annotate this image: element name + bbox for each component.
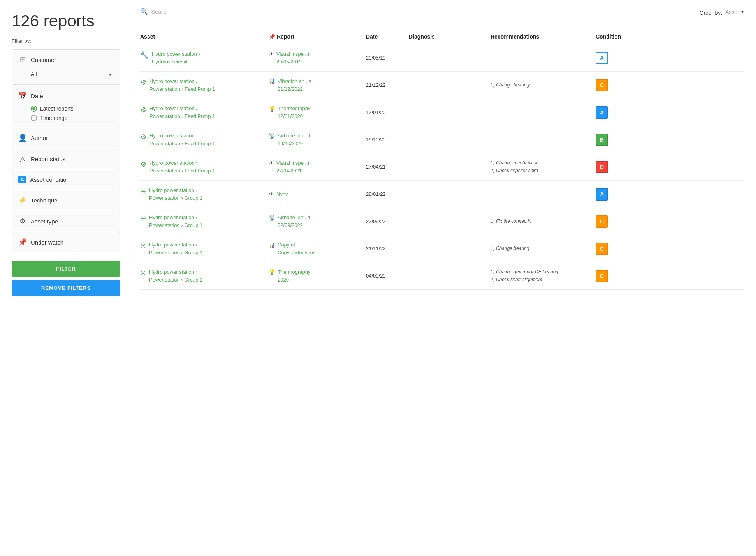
remove-filters-button[interactable]: REMOVE FILTERS bbox=[12, 280, 120, 296]
radio-latest[interactable]: Latest reports bbox=[31, 106, 114, 112]
report-cell: 📡 Airbone ultr...d 19/10/2020 bbox=[269, 132, 362, 147]
asset-cell: 🔧 Hydro power station › Hydraulic circui… bbox=[140, 50, 265, 65]
asset-info: Hydro power station › Power station › Fe… bbox=[149, 132, 215, 147]
asset-top-link[interactable]: Hydro power station › bbox=[149, 160, 198, 166]
asset-info: Hydro power station › Power station › Fe… bbox=[149, 77, 215, 93]
asset-top-link[interactable]: Hydro power station › bbox=[149, 215, 197, 220]
col-condition: Condition bbox=[596, 33, 635, 40]
asset-cell: ✳ Hydro power station › Power station › … bbox=[140, 214, 265, 229]
filter-button[interactable]: FILTER bbox=[12, 261, 120, 277]
asset-type-icon: 🔧 bbox=[140, 51, 149, 60]
report-status-icon: △ bbox=[18, 155, 27, 163]
page-title: 126 reports bbox=[12, 12, 120, 30]
report-type-icon: 👁 bbox=[269, 191, 274, 197]
report-name-link[interactable]: Visual inspe...n bbox=[276, 160, 311, 166]
report-info: Airbone ultr...d 22/09/2022 bbox=[278, 214, 310, 229]
date-icon: 📅 bbox=[18, 91, 27, 100]
filter-under-watch-header[interactable]: 📌 Under watch bbox=[12, 232, 120, 252]
filter-technique-header[interactable]: ⚡ Technique bbox=[12, 190, 120, 210]
asset-bottom-link[interactable]: Power station › Feed Pump 1 bbox=[149, 168, 215, 174]
asset-cell: ⚙ Hydro power station › Power station › … bbox=[140, 105, 265, 120]
asset-cell: ⚙ Hydro power station › Power station › … bbox=[140, 159, 265, 174]
report-info: Visual inspe...n 27/04/2021 bbox=[276, 159, 311, 174]
asset-condition-icon: A bbox=[18, 176, 26, 183]
recommendations-cell: 1) Fix the connectin bbox=[491, 218, 592, 225]
asset-info: Hydro power station › Power station › Fe… bbox=[149, 105, 215, 120]
report-date-link[interactable]: 2020 bbox=[278, 277, 289, 283]
asset-info: Hydro power station › Hydraulic circuit bbox=[152, 50, 200, 65]
report-name-link[interactable]: Visual inspe...n bbox=[276, 51, 311, 57]
condition-cell: A bbox=[596, 188, 635, 201]
report-date-link[interactable]: 27/04/2021 bbox=[276, 168, 302, 174]
recommendations-cell: 1) Change bearings bbox=[491, 81, 592, 89]
asset-top-link[interactable]: Hydro power station › bbox=[149, 78, 198, 84]
asset-bottom-link[interactable]: Power station › Group 1 bbox=[149, 222, 202, 228]
date-cell: 28/01/22 bbox=[366, 191, 405, 197]
report-info: Vibration an...s 21/12/2022 bbox=[278, 77, 311, 93]
condition-cell: B bbox=[596, 134, 635, 146]
report-date-link[interactable]: 12/01/2020 bbox=[278, 113, 303, 119]
filter-label: Filter by: bbox=[12, 38, 120, 44]
report-name-link[interactable]: Vibration an...s bbox=[278, 78, 311, 84]
table-row: ✳ Hydro power station › Power station › … bbox=[140, 262, 744, 290]
report-name-link[interactable]: Thermography bbox=[278, 106, 311, 111]
filter-author-header[interactable]: 👤 Author bbox=[12, 128, 120, 148]
date-cell: 21/11/22 bbox=[366, 246, 405, 252]
filter-author: 👤 Author bbox=[12, 128, 120, 148]
asset-bottom-link[interactable]: Power station › Group 1 bbox=[149, 250, 202, 255]
radio-time-range[interactable]: Time range bbox=[31, 115, 114, 121]
date-cell: 29/05/19 bbox=[366, 55, 405, 61]
condition-badge: A bbox=[596, 52, 608, 64]
report-name-link[interactable]: Nvnv bbox=[276, 190, 288, 198]
condition-badge: C bbox=[596, 215, 608, 228]
asset-bottom-link[interactable]: Power station › Feed Pump 1 bbox=[149, 113, 215, 119]
asset-top-link[interactable]: Hydro power station › bbox=[149, 242, 197, 248]
report-date-link[interactable]: Copy...arterly test bbox=[278, 250, 317, 255]
asset-bottom-link[interactable]: Hydraulic circuit bbox=[152, 59, 188, 65]
date-cell: 22/09/22 bbox=[366, 218, 405, 224]
search-input[interactable] bbox=[151, 8, 327, 15]
report-type-icon: 💡 bbox=[269, 269, 275, 275]
asset-bottom-link[interactable]: Power station › Feed Pump 1 bbox=[149, 141, 215, 146]
recommendations-cell: 1) Change mechanical2) Check impeller sh… bbox=[491, 159, 592, 174]
order-arrow-icon[interactable]: ▼ bbox=[740, 10, 744, 14]
report-date-link[interactable]: 21/12/2022 bbox=[278, 86, 303, 92]
recommendations-cell: 1) Change generator DE bearing2) Check s… bbox=[491, 268, 592, 283]
customer-select[interactable]: All bbox=[31, 69, 114, 79]
report-type-icon: 📊 bbox=[269, 78, 275, 84]
customer-icon: ⊞ bbox=[18, 55, 27, 64]
report-date-link[interactable]: 22/09/2022 bbox=[278, 222, 303, 228]
report-date-link[interactable]: 29/05/2019 bbox=[276, 59, 302, 65]
report-date-link[interactable]: 19/10/2020 bbox=[278, 141, 303, 146]
filter-asset-condition-header[interactable]: A Asset condition bbox=[12, 170, 120, 189]
recommendation-item: 1) Change mechanical bbox=[491, 159, 592, 167]
asset-type-icon: ⚙ bbox=[18, 217, 27, 225]
asset-cell: ✳ Hydro power station › Power station › … bbox=[140, 241, 265, 256]
condition-cell: A bbox=[596, 52, 635, 64]
date-cell: 27/04/21 bbox=[366, 164, 405, 170]
report-info: Copy of Copy...arterly test bbox=[278, 241, 317, 256]
asset-bottom-link[interactable]: Power station › Group 1 bbox=[149, 277, 202, 283]
asset-bottom-link[interactable]: Power station › Group 1 bbox=[149, 195, 202, 201]
asset-top-link[interactable]: Hydro power station › bbox=[149, 106, 198, 111]
filter-customer-header[interactable]: ⊞ Customer bbox=[12, 50, 120, 69]
report-cell: 📊 Copy of Copy...arterly test bbox=[269, 241, 362, 256]
asset-top-link[interactable]: Hydro power station › bbox=[149, 133, 198, 139]
asset-top-link[interactable]: Hydro power station › bbox=[149, 269, 197, 275]
report-type-icon: 💡 bbox=[269, 106, 275, 112]
asset-top-link[interactable]: Hydro power station › bbox=[152, 51, 200, 57]
author-icon: 👤 bbox=[18, 134, 27, 142]
asset-bottom-link[interactable]: Power station › Feed Pump 1 bbox=[149, 86, 215, 92]
filter-asset-type-header[interactable]: ⚙ Asset type bbox=[12, 211, 120, 231]
asset-top-link[interactable]: Hydro power station › bbox=[149, 187, 197, 193]
report-name-link[interactable]: Copy of bbox=[278, 242, 295, 248]
asset-type-icon: ⚙ bbox=[140, 106, 146, 114]
filter-report-status-header[interactable]: △ Report status bbox=[12, 149, 120, 169]
condition-badge: A bbox=[596, 188, 608, 201]
report-name-link[interactable]: Airbone ultr...d bbox=[278, 215, 310, 220]
report-cell: 💡 Thermography 2020 bbox=[269, 268, 362, 283]
filter-date-header[interactable]: 📅 Date bbox=[12, 86, 120, 106]
report-name-link[interactable]: Airbone ultr...d bbox=[278, 133, 310, 139]
report-name-link[interactable]: Thermography bbox=[278, 269, 311, 275]
filter-report-status: △ Report status bbox=[12, 149, 120, 169]
